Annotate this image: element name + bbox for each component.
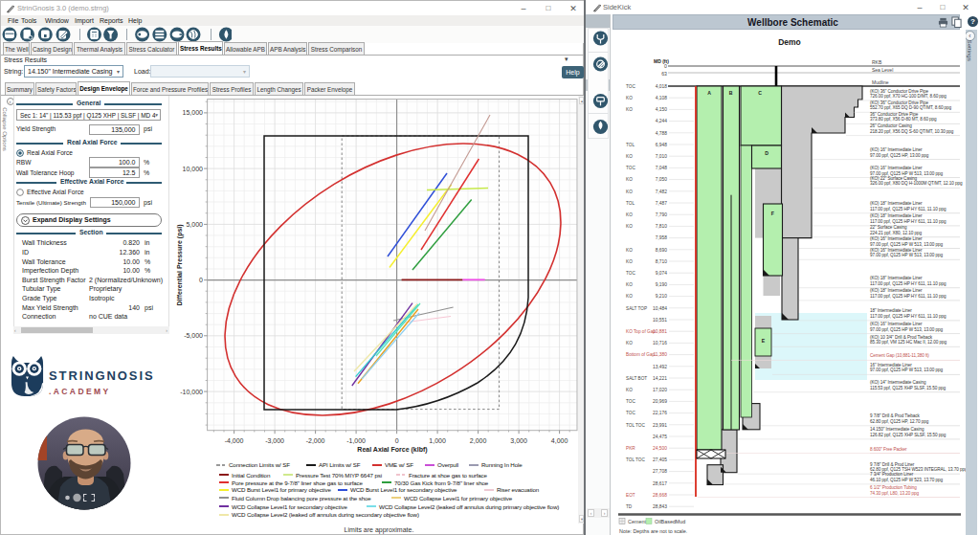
svg-text:TOC: TOC: [626, 399, 635, 404]
svg-text:115.53 ppf, Q125 XHP SLSF, 15.: 115.53 ppf, Q125 XHP SLSF, 15.50 ppg: [870, 386, 946, 390]
svg-text:6 1/2" Production Tubing: 6 1/2" Production Tubing: [870, 485, 917, 490]
svg-text:TOL TOC: TOL TOC: [626, 457, 645, 462]
svg-text:8,690: 8,690: [656, 248, 668, 253]
svg-text:KO: KO: [626, 294, 633, 299]
svg-text:24,475: 24,475: [653, 435, 667, 439]
svg-text:KO: KO: [626, 96, 633, 100]
svg-text:TOC: TOC: [626, 84, 635, 89]
svg-text:(KO) 22" Surface Casing: (KO) 22" Surface Casing: [870, 176, 918, 181]
svg-text:(KO) 16" Intermediate Liner: (KO) 16" Intermediate Liner: [870, 147, 923, 152]
svg-text:PKR: PKR: [626, 446, 635, 451]
svg-text:28,668: 28,668: [653, 493, 667, 498]
svg-text:(KO) 10 3/4" Drill & Prod Tieb: (KO) 10 3/4" Drill & Prod Tieback: [870, 335, 933, 340]
svg-text:117.00 ppf, Q125 HP HY 611, 11: 117.00 ppf, Q125 HP HY 611, 11.10 ppg: [870, 219, 947, 224]
svg-text:(KO) 16" Intermediate Liner: (KO) 16" Intermediate Liner: [870, 166, 923, 170]
svg-text:10,551: 10,551: [653, 318, 667, 323]
svg-text:224.21 ppf, X80, 12.10 ppg: 224.21 ppf, X80, 12.10 ppg: [870, 231, 922, 235]
svg-text:28,843: 28,843: [653, 504, 667, 509]
svg-text:KO: KO: [626, 248, 633, 253]
svg-text:117.00 ppf, Q125 HP HY 611, 11: 117.00 ppf, Q125 HP HY 611, 11.10 ppg: [870, 294, 947, 299]
svg-text:Real Axial Force (klbf): Real Axial Force (klbf): [357, 446, 427, 454]
svg-text:KO: KO: [626, 282, 633, 287]
svg-text:TOC: TOC: [626, 411, 635, 415]
svg-text:KO: KO: [626, 388, 633, 392]
svg-text:TOC: TOC: [626, 271, 635, 276]
svg-text:Mudline: Mudline: [872, 79, 889, 85]
svg-text:1,000: 1,000: [429, 437, 446, 444]
svg-text:Note: Depths are not to scale.: Note: Depths are not to scale.: [619, 528, 687, 534]
svg-text:7,010: 7,010: [656, 154, 668, 159]
svg-text:11,380: 11,380: [653, 352, 667, 357]
svg-text:4,150: 4,150: [656, 107, 668, 112]
svg-text:63: 63: [661, 71, 667, 77]
svg-text:14.150" Intermediate Casing: 14.150" Intermediate Casing: [870, 427, 924, 432]
svg-text:24,500: 24,500: [653, 446, 667, 451]
svg-text:(KO) 18" Intermediate Liner: (KO) 18" Intermediate Liner: [870, 276, 923, 280]
svg-text:-4,000: -4,000: [225, 437, 244, 444]
svg-text:(KO) 14" Intermediate Casing: (KO) 14" Intermediate Casing: [870, 380, 926, 385]
svg-text:KO: KO: [626, 189, 633, 194]
svg-text:10,484: 10,484: [653, 306, 667, 311]
svg-text:Differential Pressure (psi): Differential Pressure (psi): [176, 224, 184, 305]
svg-text:4,000: 4,000: [551, 437, 568, 444]
svg-text:8,710: 8,710: [656, 259, 668, 264]
svg-text:5,000: 5,000: [186, 221, 203, 228]
svg-text:27,708: 27,708: [653, 469, 667, 474]
svg-text:3,000: 3,000: [510, 437, 527, 444]
svg-text:10,716: 10,716: [653, 341, 667, 346]
svg-text:Demo: Demo: [778, 37, 801, 47]
svg-text:KO: KO: [626, 177, 633, 182]
svg-text:0: 0: [395, 437, 399, 444]
svg-text:TOL: TOL: [626, 201, 635, 206]
svg-text:8.600" Free Packer: 8.600" Free Packer: [870, 447, 907, 452]
svg-text:7,487: 7,487: [656, 201, 668, 206]
svg-text:F: F: [771, 211, 774, 216]
svg-text:26" Conductor Casing: 26" Conductor Casing: [870, 123, 912, 128]
svg-text:10,881: 10,881: [653, 329, 667, 334]
svg-text:552.70 ppf, X65 DQ D-90 QT/MT,: 552.70 ppf, X65 DQ D-90 QT/MT, 8.60 ppg: [870, 105, 952, 110]
svg-text:4,244: 4,244: [656, 119, 668, 123]
svg-text:46.10 ppf, Q125 HP W 523, 13.7: 46.10 ppf, Q125 HP W 523, 13.70 ppg: [870, 478, 944, 482]
svg-text:Bottom of Gap: Bottom of Gap: [626, 352, 656, 357]
svg-text:97.00 ppf, Q125 HP W 513, 13.0: 97.00 ppf, Q125 HP W 513, 13.00 ppg: [870, 368, 944, 372]
svg-text:97.00 ppf, Q125 HP W 513, 13.0: 97.00 ppf, Q125 HP W 513, 13.00 ppg: [870, 171, 944, 176]
svg-text:20,969: 20,969: [653, 399, 667, 404]
svg-text:4,108: 4,108: [656, 96, 668, 100]
svg-text:97.00 ppf, Q125 HP, 13.00 ppg: 97.00 ppf, Q125 HP, 13.00 ppg: [870, 153, 929, 158]
svg-text:KO: KO: [626, 212, 633, 217]
svg-text:(KO) 16" Intermediate Liner: (KO) 16" Intermediate Liner: [870, 248, 923, 253]
svg-text:117.00 ppf, Q125 HP HY 611, 11: 117.00 ppf, Q125 HP HY 611, 11.10 ppg: [870, 207, 947, 212]
svg-text:(KO) 18" Intermediate Liner: (KO) 18" Intermediate Liner: [870, 288, 923, 293]
svg-text:14,221: 14,221: [653, 376, 667, 381]
svg-text:10,000: 10,000: [183, 166, 204, 172]
svg-text:326.00 ppf, X80 DQ H-1000M QT/: 326.00 ppf, X80 DQ H-1000M QT/MT, 12.10 …: [870, 181, 963, 186]
svg-text:2,000: 2,000: [470, 437, 487, 444]
svg-text:(KO) 16" Intermediate Liner: (KO) 16" Intermediate Liner: [870, 236, 923, 241]
svg-text:16" Intermediate Liner: 16" Intermediate Liner: [870, 363, 912, 368]
svg-text:KO: KO: [626, 259, 633, 264]
svg-text:-3,000: -3,000: [265, 437, 284, 444]
svg-text:36" Conductor Drive Pipe: 36" Conductor Drive Pipe: [870, 112, 919, 117]
svg-text:97.00 ppf, Q125 HP W 513, 13.0: 97.00 ppf, Q125 HP W 513, 13.00 ppg: [870, 253, 944, 257]
svg-text:22" Surface Casing: 22" Surface Casing: [870, 225, 907, 230]
svg-text:TOL TOC: TOL TOC: [626, 423, 645, 428]
svg-text:97.00 ppf, Q125 HP W 513, 13.0: 97.00 ppf, Q125 HP W 513, 13.00 ppg: [870, 242, 944, 247]
svg-text:SALT TOP: SALT TOP: [626, 306, 647, 311]
svg-text:9 7/8" Drill & Prod Tieback: 9 7/8" Drill & Prod Tieback: [870, 413, 921, 418]
svg-text:4,788: 4,788: [656, 131, 668, 136]
svg-text:15,000: 15,000: [183, 109, 204, 116]
svg-text:TOC: TOC: [626, 166, 635, 170]
svg-text:EOT: EOT: [626, 493, 635, 498]
svg-text:KO: KO: [626, 341, 633, 346]
svg-text:TD: TD: [626, 504, 633, 509]
svg-text:SALT BOT: SALT BOT: [626, 376, 647, 381]
svg-text:74.30 ppf, L80, 13.20 ppg: 74.30 ppf, L80, 13.20 ppg: [870, 491, 919, 496]
svg-text:726.00 ppf, X70 HC-100 D/MT, 8: 726.00 ppf, X70 HC-100 D/MT, 8.60 ppg: [870, 94, 947, 99]
svg-text:7,048: 7,048: [656, 166, 668, 170]
svg-text:28,617: 28,617: [653, 481, 667, 486]
svg-text:KO: KO: [626, 154, 633, 159]
svg-text:9 7/8" Drill & Prod Liner: 9 7/8" Drill & Prod Liner: [870, 462, 915, 467]
svg-text:27,405: 27,405: [653, 457, 667, 462]
svg-text:(KO) 16" Intermediate Liner: (KO) 16" Intermediate Liner: [870, 322, 923, 326]
svg-text:9,210: 9,210: [656, 294, 668, 299]
